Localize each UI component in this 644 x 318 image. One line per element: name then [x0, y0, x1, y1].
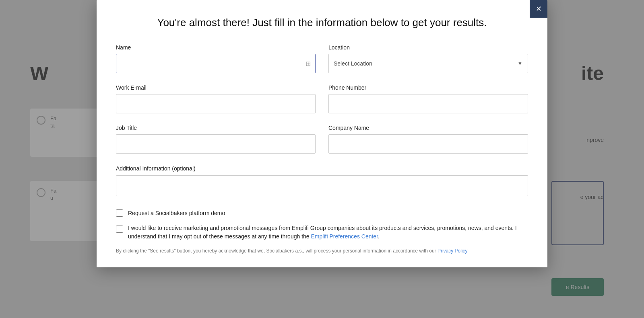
company-input[interactable] — [328, 134, 528, 154]
additional-info-group: Additional Information (optional) — [116, 165, 528, 198]
demo-checkbox[interactable] — [116, 209, 123, 217]
emplifi-preferences-link[interactable]: Emplifi Preferences Center — [311, 233, 378, 240]
phone-group: Phone Number — [328, 84, 528, 113]
name-label: Name — [116, 44, 316, 51]
marketing-suffix: . — [378, 233, 380, 240]
phone-input[interactable] — [328, 94, 528, 113]
job-title-input[interactable] — [116, 134, 316, 154]
disclaimer-text: By clicking the "See results" button, yo… — [116, 247, 528, 254]
location-label: Location — [328, 44, 528, 51]
close-icon: ✕ — [536, 4, 542, 13]
demo-checkbox-row: Request a Socialbakers platform demo — [116, 209, 528, 217]
phone-label: Phone Number — [328, 84, 528, 91]
location-select-wrapper: Select Location United States United Kin… — [328, 54, 528, 73]
modal-dialog: ✕ You're almost there! Just fill in the … — [97, 0, 547, 267]
marketing-checkbox[interactable] — [116, 226, 123, 233]
form-row-3: Job Title Company Name — [116, 125, 528, 154]
marketing-checkbox-row: I would like to receive marketing and pr… — [116, 224, 528, 241]
form-row-2: Work E-mail Phone Number — [116, 84, 528, 113]
name-group: Name ⊞ — [116, 44, 316, 73]
name-input[interactable] — [116, 54, 316, 73]
privacy-policy-link[interactable]: Privacy Policy — [438, 248, 468, 254]
work-email-group: Work E-mail — [116, 84, 316, 113]
marketing-checkbox-label[interactable]: I would like to receive marketing and pr… — [128, 224, 528, 241]
vcard-icon: ⊞ — [305, 59, 311, 67]
company-label: Company Name — [328, 125, 528, 131]
additional-input[interactable] — [116, 175, 528, 196]
form-row-1: Name ⊞ Location Select Location United S… — [116, 44, 528, 73]
job-title-group: Job Title — [116, 125, 316, 154]
company-group: Company Name — [328, 125, 528, 154]
modal-title: You're almost there! Just fill in the in… — [116, 16, 528, 30]
close-button[interactable]: ✕ — [530, 0, 547, 18]
location-select[interactable]: Select Location United States United Kin… — [328, 54, 528, 73]
location-group: Location Select Location United States U… — [328, 44, 528, 73]
demo-checkbox-label[interactable]: Request a Socialbakers platform demo — [128, 209, 225, 217]
work-email-input[interactable] — [116, 94, 316, 113]
disclaimer-main: By clicking the "See results" button, yo… — [116, 248, 436, 254]
job-title-label: Job Title — [116, 125, 316, 131]
additional-label: Additional Information (optional) — [116, 165, 196, 172]
name-input-wrapper: ⊞ — [116, 54, 316, 73]
modal-backdrop: ✕ You're almost there! Just fill in the … — [0, 0, 644, 318]
work-email-label: Work E-mail — [116, 84, 316, 91]
